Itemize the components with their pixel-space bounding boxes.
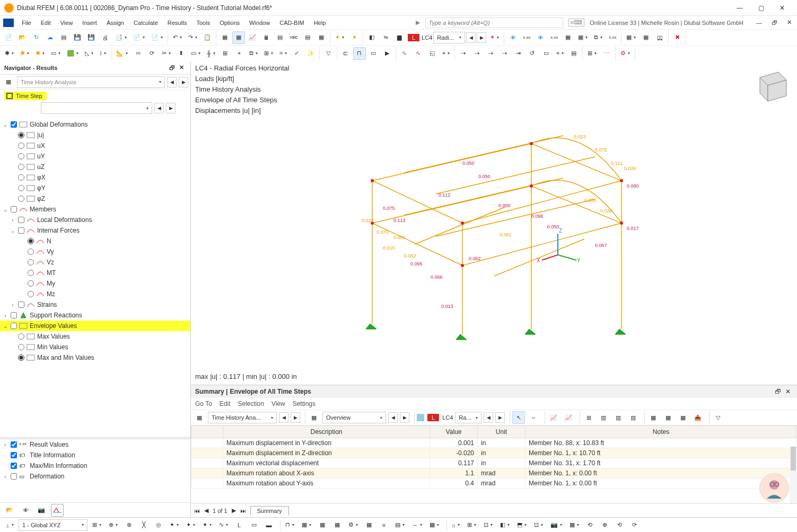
- magic-icon[interactable]: ✨: [304, 47, 317, 60]
- maxmin-radio[interactable]: [18, 354, 24, 361]
- support-reactions-label[interactable]: Support Reactions: [30, 312, 82, 319]
- support-checkbox[interactable]: [11, 312, 17, 318]
- xxx1-icon[interactable]: x.xx: [520, 31, 533, 44]
- phiy-radio[interactable]: [18, 185, 24, 191]
- conn-icon[interactable]: ⌖: [233, 47, 246, 60]
- nav-data-icon[interactable]: ▦: [218, 31, 231, 44]
- my-label[interactable]: My: [47, 280, 55, 287]
- mz-radio[interactable]: [28, 291, 34, 297]
- st27-icon[interactable]: ⬒▾: [514, 519, 529, 531]
- caret-icon[interactable]: ›: [2, 474, 8, 480]
- page-icon[interactable]: 📄▾: [148, 31, 165, 44]
- panel-close-icon[interactable]: ✕: [177, 64, 186, 71]
- assistant-avatar[interactable]: [759, 473, 789, 503]
- st1-icon[interactable]: ⊞▾: [90, 519, 104, 531]
- ucs-icon[interactable]: ⟂▾: [3, 519, 16, 531]
- n-radio[interactable]: [28, 238, 34, 244]
- caret-icon[interactable]: ›: [10, 302, 16, 308]
- line-icon[interactable]: ✱▾: [17, 47, 32, 60]
- st32-icon[interactable]: ⊕: [599, 519, 611, 531]
- cube-icon[interactable]: ◱: [426, 47, 439, 60]
- phix-label[interactable]: φX: [37, 174, 46, 181]
- gen-icon[interactable]: ⌗▾: [277, 47, 290, 60]
- saveas-icon[interactable]: 💾: [85, 31, 98, 44]
- strains-label[interactable]: Strains: [37, 301, 57, 308]
- title-info-checkbox[interactable]: [11, 452, 17, 458]
- v4-icon[interactable]: ▶: [381, 47, 393, 60]
- maxmin-info-checkbox[interactable]: [11, 463, 17, 469]
- st19-icon[interactable]: ≡: [378, 519, 390, 531]
- bar2-icon[interactable]: ▥: [612, 411, 625, 424]
- st15-icon[interactable]: ▦: [316, 519, 329, 531]
- bar1-icon[interactable]: ▥: [597, 411, 610, 424]
- minv-radio[interactable]: [18, 344, 24, 350]
- d3-icon[interactable]: ⇢: [485, 47, 497, 60]
- eye1-icon[interactable]: 👁: [506, 31, 519, 44]
- calc-icon[interactable]: 🖩: [260, 31, 273, 44]
- timestep-next-button[interactable]: ▶: [166, 103, 176, 113]
- sheet-icon[interactable]: ▦: [315, 31, 328, 44]
- vy-radio[interactable]: [28, 249, 34, 255]
- bool-icon[interactable]: ⊞▾: [261, 47, 276, 60]
- d1-icon[interactable]: ⇢: [457, 47, 470, 60]
- panel-close-icon[interactable]: ✕: [783, 388, 793, 395]
- local-def-checkbox[interactable]: [18, 217, 24, 223]
- open-icon[interactable]: ◺▾: [82, 47, 96, 60]
- st9-icon[interactable]: ∿▾: [216, 519, 231, 531]
- summary-menu-view[interactable]: View: [271, 400, 285, 407]
- st4-icon[interactable]: ╳: [137, 519, 150, 531]
- lc-prev-button[interactable]: ◀: [466, 32, 476, 43]
- clear-results-icon[interactable]: ✖: [671, 31, 684, 44]
- summary-lc-next[interactable]: ▶: [291, 412, 300, 423]
- st29-icon[interactable]: 📷▾: [548, 519, 565, 531]
- summary-ov-prev[interactable]: ◀: [388, 412, 398, 423]
- menu-window[interactable]: Window: [244, 19, 275, 27]
- sel-icon[interactable]: ↖: [512, 411, 525, 424]
- export-icon[interactable]: 📤: [691, 411, 704, 424]
- docs-icon[interactable]: 📄▾: [130, 31, 147, 44]
- summary-ov-next[interactable]: ▶: [400, 412, 409, 423]
- v3-icon[interactable]: ▭: [367, 47, 380, 60]
- vz-label[interactable]: Vz: [47, 259, 54, 266]
- caret-icon[interactable]: ›: [2, 442, 8, 448]
- st21-icon[interactable]: ↔▾: [409, 519, 425, 531]
- st3-icon[interactable]: ⊗: [122, 519, 135, 531]
- join-icon[interactable]: ⊞: [219, 47, 232, 60]
- grid-tool-icon[interactable]: ⊞▾: [585, 47, 599, 60]
- summary-table[interactable]: Description Value Unit Notes Maximum dis…: [191, 425, 797, 489]
- maximize-button[interactable]: ▢: [750, 1, 772, 15]
- summary-menu-selection[interactable]: Selection: [238, 400, 264, 407]
- u-label[interactable]: |u|: [37, 131, 44, 139]
- nav-tab-data-icon[interactable]: 📂: [3, 504, 16, 517]
- page-next-button[interactable]: ▶: [232, 507, 236, 514]
- lc-filter-icon[interactable]: ✶▾: [487, 31, 502, 44]
- members-checkbox[interactable]: [11, 206, 17, 212]
- v2-icon[interactable]: ⊓: [353, 47, 366, 60]
- menu-tools[interactable]: Tools: [191, 19, 215, 27]
- u-radio[interactable]: [18, 132, 24, 138]
- table-row[interactable]: Maximum vectorial displacement0.117inMem…: [191, 458, 797, 468]
- ai-icon[interactable]: ⚙▾: [618, 47, 633, 60]
- mdi-restore-button[interactable]: 🗗: [769, 20, 780, 26]
- doc-view-icon[interactable]: ▤: [301, 31, 314, 44]
- wave2-icon[interactable]: ∿: [412, 47, 425, 60]
- result-values-label[interactable]: Result Values: [30, 441, 68, 448]
- extr-icon[interactable]: ⬆: [174, 47, 187, 60]
- diag2-icon[interactable]: 📈: [562, 411, 575, 424]
- menu-insert[interactable]: Insert: [77, 19, 102, 27]
- caret-icon[interactable]: ⌄: [2, 207, 8, 212]
- uz-radio[interactable]: [18, 164, 24, 170]
- nav-tab-views-icon[interactable]: 📷: [35, 504, 48, 517]
- timestep-prev-button[interactable]: ◀: [154, 103, 164, 113]
- summary-radi-next[interactable]: ▶: [495, 412, 505, 423]
- min-values-label[interactable]: Min Values: [37, 343, 68, 351]
- summary-radi-combo[interactable]: Ra...▾: [455, 412, 481, 423]
- open-file-icon[interactable]: 📂: [16, 31, 29, 44]
- menu-help[interactable]: Help: [309, 19, 331, 27]
- phiy-label[interactable]: φY: [37, 184, 46, 192]
- analysis-type-combo[interactable]: Time History Analysis▾: [17, 76, 165, 88]
- grid1-icon[interactable]: ▦: [647, 411, 660, 424]
- n-label[interactable]: N: [47, 237, 51, 245]
- st31-icon[interactable]: ⟲: [584, 519, 597, 531]
- st2-icon[interactable]: ⊕▾: [106, 519, 120, 531]
